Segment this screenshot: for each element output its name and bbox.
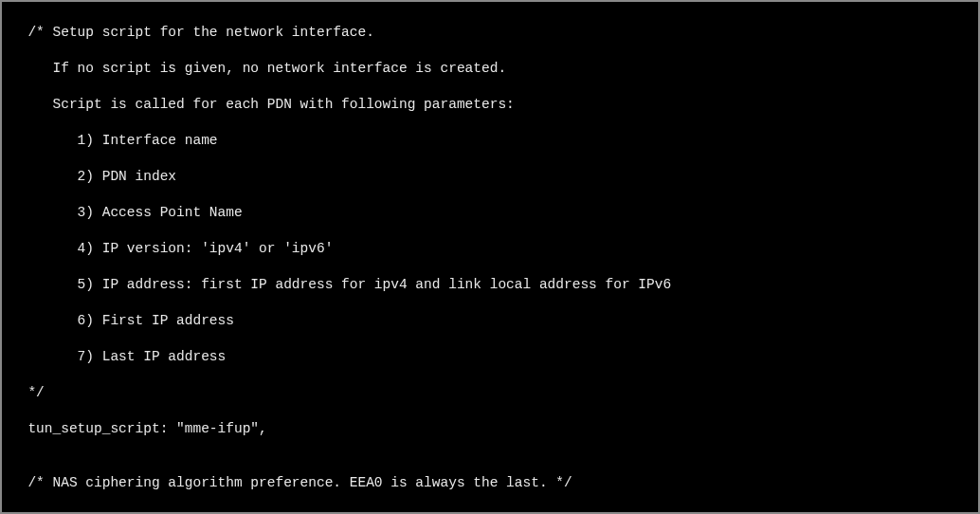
code-line: /* NAS ciphering algorithm preference. E…: [11, 474, 969, 492]
code-line: Script is called for each PDN with follo…: [11, 96, 969, 114]
code-line: 5) IP address: first IP address for ipv4…: [11, 276, 969, 294]
code-line: nas_cipher_algo_pref: [ ],: [11, 510, 969, 514]
code-line: */: [11, 384, 969, 402]
code-line: If no script is given, no network interf…: [11, 60, 969, 78]
code-line: 2) PDN index: [11, 168, 969, 186]
code-line: /* Setup script for the network interfac…: [11, 24, 969, 42]
terminal-output: /* Setup script for the network interfac…: [2, 2, 978, 512]
code-line: 1) Interface name: [11, 132, 969, 150]
code-line: 6) First IP address: [11, 312, 969, 330]
code-line: tun_setup_script: "mme-ifup",: [11, 420, 969, 438]
code-line: 7) Last IP address: [11, 348, 969, 366]
code-line: 3) Access Point Name: [11, 204, 969, 222]
code-line: 4) IP version: 'ipv4' or 'ipv6': [11, 240, 969, 258]
